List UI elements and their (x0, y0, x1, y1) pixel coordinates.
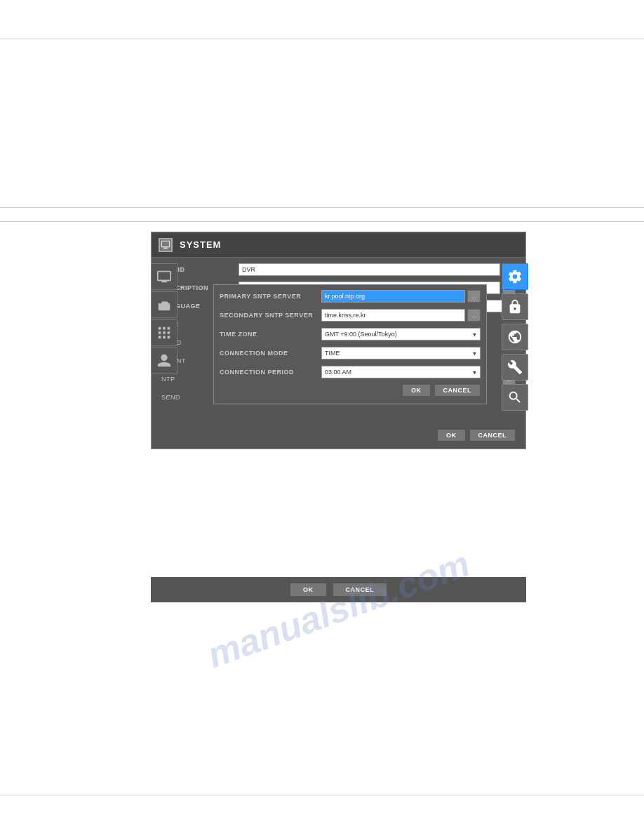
dialog-header: SYSTEM (152, 232, 525, 258)
svg-rect-2 (163, 248, 168, 249)
ntp-popup: PRIMARY SNTP SERVER kr.pool.ntp.org ... … (213, 284, 487, 404)
svg-rect-0 (161, 241, 169, 246)
primary-sntp-button[interactable]: ... (467, 290, 481, 303)
main-cancel-button[interactable]: CANCEL (333, 583, 388, 597)
monitor-icon (159, 238, 173, 252)
dialog-footer: OK CANCEL (437, 429, 516, 442)
dvr-id-input[interactable]: DVR (239, 263, 500, 276)
dialog-ok-button[interactable]: OK (437, 429, 466, 442)
watermark-text: manualslib.com (202, 543, 476, 677)
left-icon-panel (151, 263, 177, 374)
primary-sntp-row: PRIMARY SNTP SERVER kr.pool.ntp.org ... (220, 289, 481, 304)
dialog-content: DVR ID DVR ... DESCRIPTION ... LANGUAGE … (152, 258, 525, 412)
monitor-left-icon[interactable] (151, 263, 177, 290)
user-left-icon[interactable] (151, 348, 177, 374)
keypad-left-icon[interactable] (151, 319, 177, 346)
primary-sntp-label: PRIMARY SNTP SERVER (220, 293, 321, 300)
dialog-cancel-button[interactable]: CANCEL (469, 429, 516, 442)
dialog-title: SYSTEM (180, 239, 221, 250)
secondary-sntp-row: SECONDARY SNTP SERVER time.kriss.re.kr .… (220, 307, 481, 323)
ntp-ok-button[interactable]: OK (402, 384, 431, 397)
main-ok-button[interactable]: OK (290, 583, 327, 597)
time-zone-input[interactable]: GMT +9:00 (Seoul/Tokyo) ▼ (321, 328, 481, 340)
time-zone-label: TIME ZONE (220, 331, 321, 338)
ntp-label: NTP (161, 376, 175, 383)
time-zone-row: TIME ZONE GMT +9:00 (Seoul/Tokyo) ▼ (220, 326, 481, 342)
secondary-sntp-button[interactable]: ... (467, 309, 481, 322)
connection-period-row: CONNECTION PERIOD 03:00 AM ▼ (220, 364, 481, 380)
lock-icon-btn[interactable] (502, 293, 528, 320)
ntp-cancel-button[interactable]: CANCEL (434, 384, 481, 397)
send-label: SEND (161, 394, 180, 401)
right-icon-panel (502, 263, 528, 411)
top-rule (0, 39, 644, 39)
svg-rect-1 (164, 247, 167, 248)
system-dialog: SYSTEM DVR ID DVR ... DESCRIPTION ... LA… (151, 232, 526, 449)
connection-period-label: CONNECTION PERIOD (220, 369, 321, 376)
mid-rule (0, 207, 644, 208)
primary-sntp-input[interactable]: kr.pool.ntp.org (321, 290, 465, 303)
connection-period-input[interactable]: 03:00 AM ▼ (321, 366, 481, 378)
mid-rule2 (0, 221, 644, 222)
network-icon-btn[interactable] (502, 324, 528, 350)
secondary-sntp-input[interactable]: time.kriss.re.kr (321, 309, 465, 322)
connection-mode-input[interactable]: TIME ▼ (321, 347, 481, 359)
main-footer: OK CANCEL (151, 577, 526, 602)
dvr-id-row: DVR ID DVR ... (161, 262, 516, 277)
advanced-icon-btn[interactable] (502, 384, 528, 411)
connection-mode-row: CONNECTION MODE TIME ▼ (220, 345, 481, 361)
tools-icon-btn[interactable] (502, 354, 528, 380)
gear-icon-btn[interactable] (502, 263, 528, 290)
connection-mode-label: CONNECTION MODE (220, 350, 321, 357)
secondary-sntp-label: SECONDARY SNTP SERVER (220, 312, 321, 319)
bottom-rule (0, 795, 644, 795)
camera-left-icon[interactable] (151, 291, 177, 318)
ntp-footer: OK CANCEL (220, 384, 481, 397)
